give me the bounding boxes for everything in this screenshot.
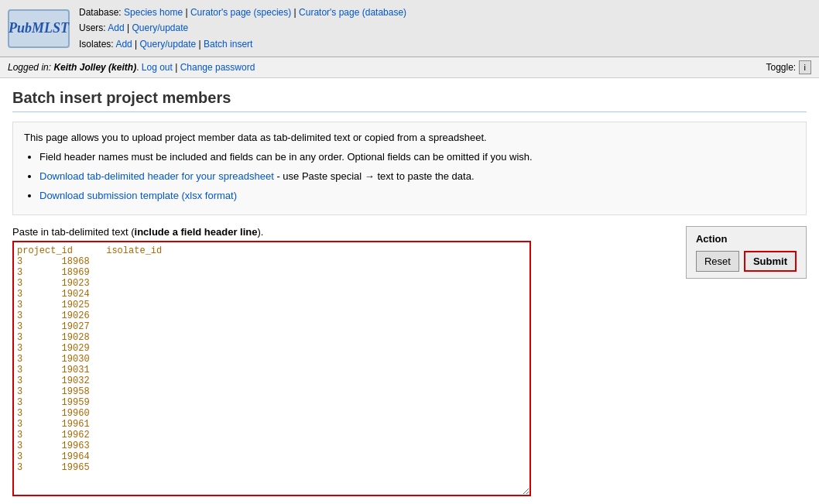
logo-text: PubMLST: [9, 20, 69, 36]
site-header: PubMLST Database: Species home | Curator…: [0, 0, 819, 57]
bullet1-text: Field header names must be included and …: [39, 151, 533, 163]
user-display-name: Keith Jolley: [53, 62, 105, 73]
paste-label: Paste in tab-delimited text (include a f…: [12, 226, 673, 238]
site-logo: PubMLST: [8, 9, 70, 48]
download-xlsx-link[interactable]: Download submission template (xlsx forma…: [39, 190, 237, 201]
curators-page-database-link[interactable]: Curator's page (database): [299, 7, 406, 18]
action-buttons: Reset Submit: [696, 251, 797, 272]
nav-info: Database: Species home | Curator's page …: [79, 5, 406, 52]
form-section: Paste in tab-delimited text (include a f…: [12, 226, 807, 499]
bullet2-rest: - use Paste special → text to paste the …: [274, 170, 475, 182]
main-content: Batch insert project members This page a…: [0, 78, 819, 504]
paste-area-container: Paste in tab-delimited text (include a f…: [12, 226, 673, 499]
isolates-label: Isolates:: [79, 39, 114, 50]
species-home-link[interactable]: Species home: [124, 7, 183, 18]
action-box: Action Reset Submit: [686, 226, 807, 279]
isolates-batch-insert-link[interactable]: Batch insert: [204, 39, 252, 50]
users-query-update-link[interactable]: Query/update: [132, 22, 189, 33]
users-add-link[interactable]: Add: [108, 22, 124, 33]
download-tab-link[interactable]: Download tab-delimited header for your s…: [39, 170, 274, 182]
isolates-query-update-link[interactable]: Query/update: [140, 39, 197, 50]
reset-button[interactable]: Reset: [696, 251, 739, 272]
info-bullet2: Download tab-delimited header for your s…: [39, 169, 795, 185]
action-box-title: Action: [696, 233, 797, 245]
change-password-link[interactable]: Change password: [180, 62, 255, 73]
database-label: Database:: [79, 7, 122, 18]
curators-page-species-link[interactable]: Curator's page (species): [190, 7, 291, 18]
toggle-button[interactable]: i: [799, 60, 811, 74]
page-title: Batch insert project members: [12, 89, 807, 112]
toggle-area: Toggle: i: [766, 60, 812, 74]
log-out-link[interactable]: Log out: [142, 62, 173, 73]
isolates-nav: Isolates: Add | Query/update | Batch ins…: [79, 36, 406, 52]
paste-textarea[interactable]: [12, 241, 531, 496]
logged-in-label: Logged in:: [8, 62, 51, 73]
login-bar: Logged in: Keith Jolley (keith). Log out…: [0, 57, 819, 78]
paste-label-end: ).: [257, 226, 263, 238]
users-nav: Users: Add | Query/update: [79, 20, 406, 36]
user-id: keith: [111, 62, 133, 73]
submit-button[interactable]: Submit: [744, 251, 797, 272]
info-bullet1: Field header names must be included and …: [39, 149, 795, 166]
info-list: Field header names must be included and …: [39, 149, 795, 204]
isolates-add-link[interactable]: Add: [115, 39, 132, 50]
info-box: This page allows you to upload project m…: [12, 122, 807, 215]
paste-label-bold: include a field header line: [135, 226, 258, 238]
paste-label-start: Paste in tab-delimited text (: [12, 226, 135, 238]
info-line1: This page allows you to upload project m…: [24, 130, 795, 146]
toggle-label: Toggle:: [766, 62, 797, 73]
database-nav: Database: Species home | Curator's page …: [79, 5, 406, 20]
users-label: Users:: [79, 22, 106, 33]
info-bullet3: Download submission template (xlsx forma…: [39, 188, 795, 204]
login-info: Logged in: Keith Jolley (keith). Log out…: [8, 62, 255, 73]
